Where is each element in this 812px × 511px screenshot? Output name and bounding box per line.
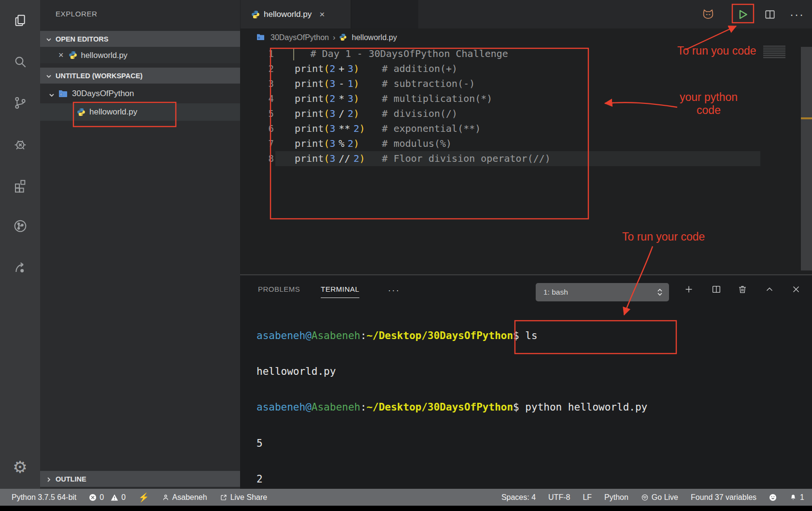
terminal-line: asabeneh@Asabeneh:~/Desktop/30DaysOfPyth…: [256, 330, 647, 342]
tab-label: helloworld.py: [264, 10, 312, 19]
error-count: 0: [100, 493, 104, 502]
status-bar: Python 3.7.5 64-bit 0 0 ⚡ Asabeneh Live …: [0, 489, 812, 506]
breadcrumb-file[interactable]: helloworld.py: [352, 33, 397, 42]
workspace-label: UNTITLED (WORKSPACE): [56, 72, 142, 80]
language-status[interactable]: Python: [604, 493, 628, 502]
editor-area: helloworld.py × ··· 30DaysOfPython › hel…: [240, 0, 812, 274]
live-share-label: Live Share: [230, 493, 268, 502]
updown-icon: [656, 288, 663, 296]
live-share-status[interactable]: Live Share: [220, 493, 268, 502]
user-status[interactable]: Asabeneh: [162, 493, 207, 502]
indentation-status[interactable]: Spaces: 4: [501, 493, 536, 502]
breadcrumb-separator: ›: [333, 33, 335, 42]
code-line: 7 print(3%2)# modulus(%): [240, 136, 812, 151]
source-control-icon[interactable]: [0, 82, 40, 123]
folder-icon: [58, 89, 68, 98]
text-cursor: [293, 49, 294, 60]
search-icon[interactable]: [0, 41, 40, 82]
terminal-line: helloworld.py: [256, 366, 647, 378]
circle-branch-icon[interactable]: [0, 205, 40, 246]
vscode-window: ⚙ EXPLORER OPEN EDITORS × helloworld.py …: [0, 0, 812, 511]
minimap[interactable]: [763, 46, 785, 59]
split-terminal-icon[interactable]: [708, 281, 725, 298]
scrollbar[interactable]: [801, 47, 812, 270]
lightning-icon[interactable]: ⚡: [138, 492, 149, 503]
person-icon: [162, 494, 170, 501]
chevron-right-icon: [46, 476, 52, 482]
share-box-icon: [220, 494, 228, 501]
go-live-button[interactable]: Go Live: [641, 493, 678, 502]
code-line-current: 8 print(3//2)# Floor division operator(/…: [240, 151, 812, 166]
python-file-icon: [77, 108, 85, 116]
activity-bar: ⚙: [0, 0, 40, 489]
cat-icon[interactable]: [699, 5, 717, 24]
sidebar-title: EXPLORER: [56, 10, 98, 18]
more-actions-icon[interactable]: ···: [788, 5, 806, 24]
python-file-icon: [251, 10, 260, 19]
feedback-smiley-icon[interactable]: [769, 494, 777, 501]
new-terminal-icon[interactable]: [681, 281, 697, 298]
outline-header[interactable]: OUTLINE: [40, 471, 240, 487]
notifications-bell[interactable]: 1: [789, 493, 804, 502]
code-line: 6 print(3**2)# exponential(**): [240, 121, 812, 136]
variables-status[interactable]: Found 37 variables: [691, 493, 756, 502]
chevron-down-icon: [46, 73, 52, 79]
error-icon: [89, 494, 97, 501]
close-panel-icon[interactable]: [788, 281, 804, 298]
tab-helloworld[interactable]: helloworld.py ×: [241, 0, 351, 28]
open-editors-label: OPEN EDITORS: [56, 35, 108, 43]
breadcrumb-folder[interactable]: 30DaysOfPython: [271, 33, 329, 42]
breadcrumb[interactable]: 30DaysOfPython › helloworld.py: [240, 28, 812, 46]
user-name: Asabeneh: [172, 493, 207, 502]
settings-gear-icon[interactable]: ⚙: [0, 447, 40, 487]
go-live-label: Go Live: [652, 493, 678, 502]
explorer-sidebar: EXPLORER OPEN EDITORS × helloworld.py UN…: [40, 0, 240, 489]
code-line: 3 print(3-1)# subtraction(-): [240, 76, 812, 91]
scrollbar-marker: [801, 117, 812, 119]
terminal-output-line: 5: [256, 438, 647, 450]
explorer-icon[interactable]: [0, 0, 40, 41]
panel-more-icon[interactable]: ···: [388, 285, 400, 296]
annotation-text-terminal: To run your code: [622, 230, 705, 243]
notification-count: 1: [800, 493, 804, 502]
tab-close-icon[interactable]: ×: [319, 9, 325, 20]
chevron-down-icon: [49, 91, 55, 97]
tab-problems[interactable]: PROBLEMS: [258, 285, 300, 293]
extensions-icon[interactable]: [0, 164, 40, 205]
code-line: 2 print(2+3)# addition(+): [240, 61, 812, 76]
folder-icon: [256, 33, 266, 42]
warning-icon: [111, 494, 118, 501]
maximize-panel-icon[interactable]: [761, 281, 778, 298]
python-interpreter[interactable]: Python 3.7.5 64-bit: [12, 493, 76, 502]
share-icon[interactable]: [0, 246, 40, 287]
python-file-icon: [69, 51, 77, 59]
terminal-line: asabeneh@Asabeneh:~/Desktop/30DaysOfPyth…: [256, 401, 647, 413]
debug-icon[interactable]: [0, 123, 40, 164]
folder-label: 30DaysOfPython: [72, 89, 134, 99]
open-editor-item[interactable]: × helloworld.py: [40, 47, 240, 63]
eol-status[interactable]: LF: [583, 493, 592, 502]
chevron-down-icon: [46, 36, 52, 42]
run-button[interactable]: [733, 5, 752, 24]
bell-icon: [789, 494, 797, 501]
tab-terminal[interactable]: TERMINAL: [321, 285, 359, 298]
title-bar-right: [418, 0, 812, 28]
kill-terminal-icon[interactable]: [734, 281, 751, 298]
encoding-status[interactable]: UTF-8: [548, 493, 570, 502]
open-editors-header[interactable]: OPEN EDITORS: [40, 31, 240, 47]
terminal-content[interactable]: asabeneh@Asabeneh:~/Desktop/30DaysOfPyth…: [256, 306, 647, 511]
panel: PROBLEMS TERMINAL ··· 1: bash asabeneh@A…: [240, 274, 812, 489]
warning-count: 0: [121, 493, 126, 502]
problems-status[interactable]: 0 0: [89, 493, 126, 502]
shell-select-value: 1: bash: [543, 288, 568, 297]
annotation-text-run-button: To run you code: [677, 44, 756, 57]
file-item-selected[interactable]: helloworld.py: [40, 103, 240, 121]
open-editor-file-label: helloworld.py: [81, 51, 128, 60]
annotation-text-code: your python code: [674, 91, 743, 117]
close-icon[interactable]: ×: [58, 50, 64, 60]
workspace-header[interactable]: UNTITLED (WORKSPACE): [40, 68, 240, 84]
shell-select[interactable]: 1: bash: [536, 283, 669, 301]
python-file-icon: [339, 33, 348, 42]
split-editor-icon[interactable]: [761, 5, 779, 24]
folder-item[interactable]: 30DaysOfPython: [40, 85, 240, 101]
